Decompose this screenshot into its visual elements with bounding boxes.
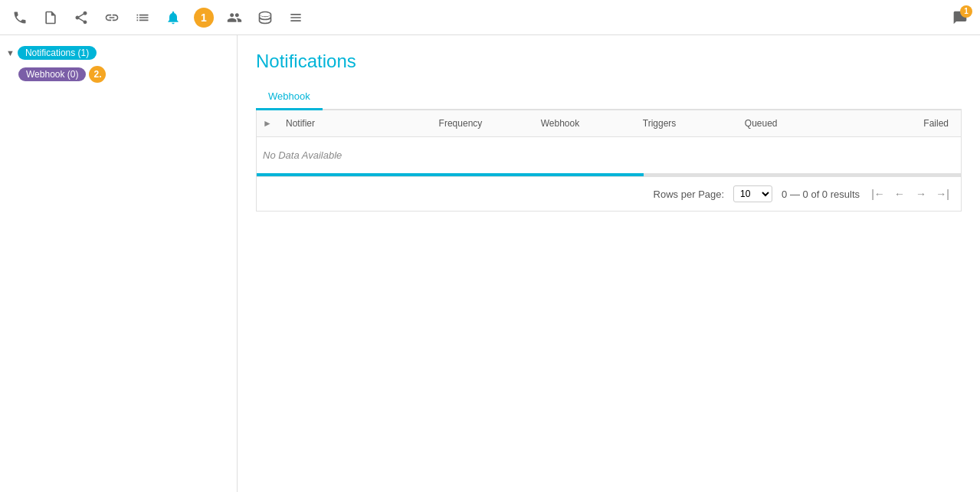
- pagination-info: 0 — 0 of 0 results: [782, 189, 860, 200]
- sidebar-item-notifications[interactable]: ▼ Notifications (1): [0, 43, 237, 63]
- list-icon[interactable]: [129, 4, 156, 31]
- col-triggers: Triggers: [643, 118, 745, 129]
- table-header: ► Notifier Frequency Webhook Triggers Qu…: [257, 110, 961, 137]
- rows-per-page-label: Rows per Page:: [654, 189, 725, 200]
- branch-icon[interactable]: [67, 4, 95, 31]
- expand-all-icon[interactable]: ►: [263, 118, 286, 129]
- col-failed: Failed: [847, 118, 955, 129]
- col-notifier: Notifier: [286, 118, 439, 129]
- notifications-pill[interactable]: Notifications (1): [18, 46, 97, 60]
- document-icon[interactable]: [37, 4, 64, 31]
- server-icon[interactable]: [282, 4, 310, 31]
- no-data-message: No Data Available: [257, 137, 961, 173]
- col-frequency: Frequency: [439, 118, 541, 129]
- user-management-icon[interactable]: [221, 4, 248, 31]
- sidebar: ▼ Notifications (1) Webhook (0) 2.: [0, 35, 238, 492]
- next-page-button[interactable]: →: [912, 185, 930, 203]
- expand-icon: ▼: [6, 48, 15, 57]
- content-area: Notifications Webhook ► Notifier Frequen…: [238, 35, 980, 492]
- pagination-nav: |← ← → →|: [869, 185, 952, 203]
- prev-page-button[interactable]: ←: [890, 185, 909, 203]
- main-layout: ▼ Notifications (1) Webhook (0) 2. Notif…: [0, 35, 980, 492]
- tabs-container: Webhook: [256, 84, 962, 110]
- last-page-button[interactable]: →|: [933, 185, 952, 203]
- toolbar-right: 1: [946, 4, 974, 31]
- webhook-pill[interactable]: Webhook (0): [18, 67, 86, 81]
- col-webhook: Webhook: [541, 118, 643, 129]
- notification-count-badge[interactable]: 1: [190, 4, 218, 31]
- col-queued: Queued: [745, 118, 847, 129]
- pagination: Rows per Page: 10 25 50 100 0 — 0 of 0 r…: [257, 176, 961, 211]
- step-badge: 2.: [89, 66, 106, 83]
- rows-per-page-select[interactable]: 10 25 50 100: [733, 185, 772, 202]
- alert-count: 1: [960, 5, 972, 18]
- table-container: ► Notifier Frequency Webhook Triggers Qu…: [256, 110, 962, 212]
- link-icon[interactable]: [98, 4, 126, 31]
- phone-icon[interactable]: [6, 4, 34, 31]
- page-title: Notifications: [256, 51, 962, 72]
- tab-webhook[interactable]: Webhook: [256, 84, 323, 110]
- bell-icon[interactable]: [159, 4, 187, 31]
- database-icon[interactable]: [251, 4, 279, 31]
- first-page-button[interactable]: |←: [869, 185, 887, 203]
- sidebar-item-webhook[interactable]: Webhook (0) 2.: [0, 63, 237, 86]
- alert-badge-icon[interactable]: 1: [946, 4, 974, 31]
- toolbar: 1 1: [0, 0, 980, 35]
